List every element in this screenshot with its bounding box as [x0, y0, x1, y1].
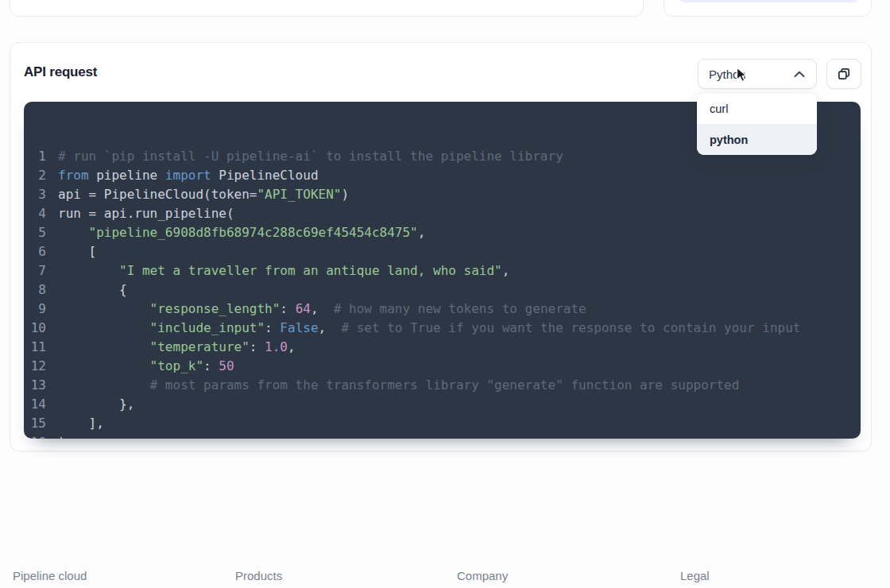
- line-number: 15: [24, 414, 46, 433]
- code-line: 9 "response_length": 64, # how many new …: [24, 300, 861, 319]
- line-number: 1: [24, 147, 46, 166]
- line-number: 5: [24, 223, 46, 242]
- footer-column-products: Products: [235, 569, 282, 582]
- footer-column-pipeline-cloud: Pipeline cloud: [13, 569, 87, 582]
- code-line: 13 # most params from the transformers l…: [24, 376, 861, 395]
- line-number: 10: [24, 319, 46, 338]
- page: API request Python 1# run `pip install -…: [0, 0, 890, 588]
- code-line: 6 [: [24, 242, 861, 261]
- line-number: 8: [24, 280, 46, 300]
- code-line: 10 "include_input": False, # set to True…: [24, 319, 861, 338]
- code-lines: 1# run `pip install -U pipeline-ai` to i…: [24, 147, 861, 439]
- language-dropdown-menu: curl python: [697, 93, 817, 155]
- line-number: 2: [24, 166, 46, 185]
- code-line: 12 "top_k": 50: [24, 357, 861, 376]
- code-line: 15 ],: [24, 414, 861, 433]
- menu-item-python[interactable]: python: [697, 124, 817, 155]
- highlighted-pill-partial[interactable]: [677, 0, 860, 2]
- code-line: 4run = api.run_pipeline(: [24, 204, 861, 223]
- line-number: 6: [24, 242, 46, 261]
- top-partial-card-right: [664, 0, 872, 17]
- code-line: 11 "temperature": 1.0,: [24, 338, 861, 357]
- line-number: 3: [24, 185, 46, 204]
- line-number: 4: [24, 204, 46, 223]
- code-line: 2from pipeline import PipelineCloud: [24, 166, 861, 185]
- language-dropdown-button[interactable]: Python: [698, 59, 817, 89]
- footer-column-legal: Legal: [680, 569, 710, 582]
- line-number: 7: [24, 261, 46, 280]
- line-number: 14: [24, 395, 46, 414]
- line-number: 11: [24, 338, 46, 357]
- code-line: 8 {: [24, 280, 861, 300]
- menu-item-curl[interactable]: curl: [697, 93, 817, 124]
- chevron-up-icon: [794, 71, 805, 78]
- code-line: 14 },: [24, 395, 861, 414]
- mouse-cursor: [736, 67, 749, 83]
- footer-column-company: Company: [457, 569, 508, 582]
- api-request-title: API request: [24, 64, 97, 80]
- code-line: 16): [24, 433, 861, 439]
- copy-icon: [837, 67, 851, 81]
- line-number: 13: [24, 376, 46, 395]
- line-number: 12: [24, 357, 46, 376]
- copy-button[interactable]: [826, 59, 861, 89]
- code-line: 3api = PipelineCloud(token="API_TOKEN"): [24, 185, 861, 204]
- top-partial-card-left: [10, 0, 644, 17]
- code-line: 5 "pipeline_6908d8fb68974c288c69ef45454c…: [24, 223, 861, 242]
- code-line: 7 "I met a traveller from an antique lan…: [24, 261, 861, 280]
- line-number: 9: [24, 300, 46, 319]
